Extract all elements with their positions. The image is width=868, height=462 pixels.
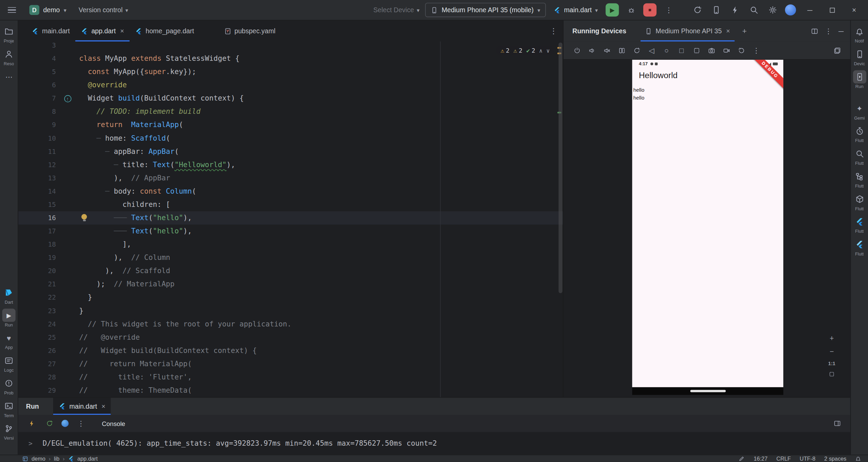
close-icon[interactable]: × [120,27,124,35]
code-line[interactable]: 3 [18,41,563,52]
code-line[interactable]: 20 ), // Scaffold [18,264,563,278]
close-icon[interactable]: × [726,27,730,35]
code-line[interactable]: 29// theme: ThemeData( [18,384,563,397]
panel-options-kebab-icon[interactable]: ⋮ [825,28,832,35]
minimize-button[interactable]: ─ [802,3,818,17]
breadcrumb-project[interactable]: demo [32,456,46,462]
screenshot-camera-icon[interactable] [706,45,717,56]
inspections-widget[interactable]: ⚠2 ⚠2 ✔2 ∧ ∨ [496,46,554,55]
sidebar-item-resource-manager[interactable]: Reso [2,48,16,66]
sidebar-item-running-devices[interactable]: Run [853,70,866,89]
fold-device-icon[interactable] [616,45,627,56]
run-options-kebab-icon[interactable]: ⋮ [75,418,86,429]
tab-device-medium-phone[interactable]: Medium Phone API 35 × [641,20,734,41]
code-line[interactable]: 10 ─ home: Scaffold( [18,132,563,145]
sidebar-item-flutter[interactable]: Flutt [853,215,866,234]
settings-gear-icon[interactable] [766,3,779,17]
code-area[interactable]: 34class MyApp extends StatelessWidget {5… [18,41,563,397]
code-line[interactable]: 15 children: [ [18,198,563,211]
caret-position[interactable]: 16:27 [754,456,768,462]
code-line[interactable]: 22 } [18,291,563,304]
home-icon[interactable]: ○ [661,45,672,56]
device-home-bar[interactable] [632,387,783,395]
overview-icon[interactable]: □ [676,45,687,56]
code-line[interactable]: 19 ), // Column [18,251,563,264]
code-line[interactable]: 11 ─ appBar: AppBar( [18,145,563,158]
run-configuration-selector[interactable]: main.dart ▾ [551,6,600,14]
sidebar-item-gemini[interactable]: ✦ Gemi [853,102,866,121]
breadcrumb-folder[interactable]: lib [54,456,59,462]
screenshot-button[interactable] [829,371,835,377]
indent-setting[interactable]: 2 spaces [824,456,846,462]
editor-scrollbar[interactable] [559,42,562,293]
tab-options-kebab-icon[interactable]: ⋮ [550,26,558,35]
hide-panel-icon[interactable]: ─ [838,28,844,35]
code-line[interactable]: 18 ], [18,238,563,251]
console-tab-label[interactable]: Console [102,420,125,427]
sidebar-item-device-manager[interactable]: Devic [853,48,866,66]
code-line[interactable]: 25// @override [18,331,563,344]
tab-main-dart[interactable]: main.dart [26,20,75,41]
code-line[interactable]: 13 ), // AppBar [18,172,563,185]
sidebar-item-more[interactable]: ⋯ [2,70,16,84]
version-control-selector[interactable]: Version control ▾ [75,4,132,16]
search-icon[interactable] [747,3,761,17]
override-gutter-icon[interactable]: ↑ [64,95,71,102]
code-line[interactable]: 8 // TODO: implement build [18,105,563,118]
tab-home-page-dart[interactable]: home_page.dart [130,20,200,41]
run-button[interactable]: ▶ [606,3,619,17]
device-options-kebab-icon[interactable]: ⋮ [751,45,762,56]
file-encoding[interactable]: UTF-8 [800,456,815,462]
reset-icon[interactable] [736,45,747,56]
sidebar-item-flutter-outline[interactable]: Flutt [853,170,866,189]
breadcrumb-file[interactable]: app.dart [77,456,98,462]
intention-bulb-icon[interactable] [81,214,87,219]
hot-reload-icon[interactable] [26,418,37,429]
zoom-ratio-button[interactable]: 1:1 [828,361,835,366]
maximize-button[interactable] [824,3,840,17]
user-avatar[interactable] [785,4,796,16]
close-button[interactable]: × [846,3,863,17]
code-line[interactable]: 12 ─ title: Text("Helloworld"), [18,158,563,172]
pen-icon[interactable] [739,456,745,462]
screen-record-icon[interactable] [721,45,732,56]
device-screen[interactable]: 4:17 3G Helloworld [632,60,783,387]
code-line[interactable]: 5 const MyApp({super.key}); [18,65,563,78]
next-issue-icon[interactable]: ∨ [546,48,550,54]
prev-issue-icon[interactable]: ∧ [539,48,543,54]
tab-pubspec-yaml[interactable]: pubspec.yaml [218,20,281,41]
sidebar-item-flutter-performance[interactable]: Flutt [853,124,866,143]
code-line[interactable]: 9 return MaterialApp( [18,118,563,131]
snip-icon[interactable] [691,45,702,56]
line-ending[interactable]: CRLF [777,456,791,462]
hot-restart-icon[interactable] [44,418,55,429]
code-line[interactable]: 26// Widget build(BuildContext context) … [18,344,563,357]
back-icon[interactable]: ◁ [646,45,657,56]
app-icon[interactable] [62,420,69,427]
main-menu-icon[interactable] [8,7,16,13]
code-line[interactable]: 21 ); // MaterialApp [18,278,563,291]
device-selector[interactable]: Medium Phone API 35 (mobile) ▾ [425,3,546,17]
sidebar-item-logcat[interactable]: Logc [2,354,16,373]
zoom-out-button[interactable]: − [830,348,834,356]
notifications-bell-icon[interactable] [855,456,862,462]
more-actions-icon[interactable]: ⋮ [662,3,675,17]
tab-run-main-dart[interactable]: main.dart × [53,398,111,415]
code-line[interactable]: 16 ─── Text("hello"), [18,211,563,225]
code-line[interactable]: 24 // This widget is the root of your ap… [18,318,563,331]
volume-up-icon[interactable] [586,45,597,56]
debug-icon[interactable] [625,3,638,17]
zoom-in-button[interactable]: + [830,334,834,342]
code-line[interactable]: 27// return MaterialApp( [18,357,563,371]
layout-settings-icon[interactable] [832,418,843,429]
device-manager-icon[interactable] [710,3,723,17]
tab-app-dart[interactable]: app.dart × [75,20,130,41]
console-fold-chevron[interactable]: > [18,440,43,447]
code-line[interactable]: 7↑ Widget build(BuildContext context) { [18,92,563,105]
volume-off-icon[interactable] [601,45,612,56]
code-line[interactable]: 4class MyApp extends StatelessWidget { [18,52,563,65]
sidebar-item-flutter-devtools[interactable]: Flutt [853,238,866,256]
sidebar-item-notifications[interactable]: Notif [853,25,866,43]
project-selector[interactable]: D demo ▾ [26,3,70,17]
gradle-sync-icon[interactable] [691,3,704,17]
